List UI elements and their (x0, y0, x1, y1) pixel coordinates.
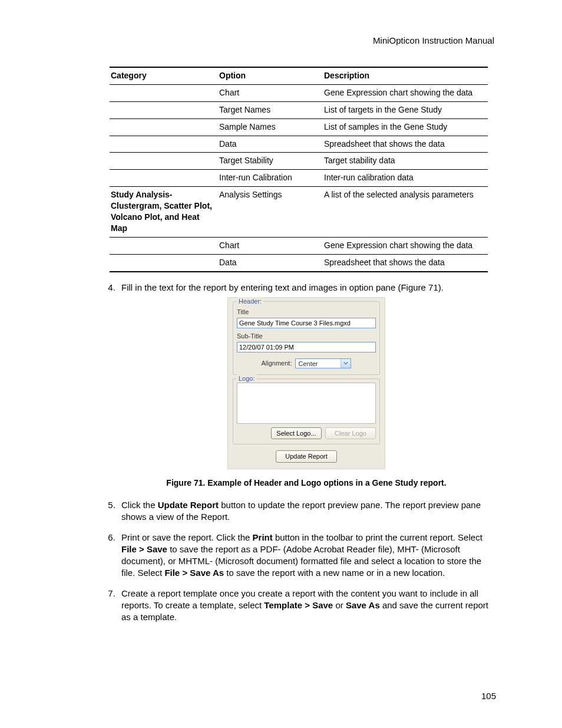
table-row: Study Analysis-Clustergram, Scatter Plot… (110, 187, 488, 238)
th-option: Option (218, 67, 323, 84)
step-6: Print or save the report. Click the Prin… (118, 532, 497, 579)
step-5: Click the Update Report button to update… (118, 499, 497, 523)
th-category: Category (110, 67, 218, 84)
alignment-value: Center (298, 360, 318, 367)
logo-fieldset: Logo: Select Logo... Clear Logo (233, 378, 380, 445)
update-report-button[interactable]: Update Report (276, 450, 337, 463)
title-label: Title (237, 308, 376, 317)
options-dialog: Header: Title Sub-Title Alignment: Cente… (227, 297, 385, 469)
table-row: ChartGene Expression chart showing the d… (110, 237, 488, 254)
clear-logo-button[interactable]: Clear Logo (325, 427, 376, 440)
page-number: 105 (481, 691, 496, 701)
step-4: Fill in the text for the report by enter… (118, 282, 497, 489)
alignment-label: Alignment: (262, 359, 292, 368)
options-table: Category Option Description ChartGene Ex… (110, 67, 488, 272)
logo-preview (237, 383, 376, 424)
figure-caption: Figure 71. Example of Header and Logo op… (119, 477, 494, 489)
running-header: MiniOpticon Instruction Manual (65, 35, 497, 45)
logo-legend: Logo: (237, 374, 257, 383)
step-7: Create a report template once you create… (118, 588, 497, 624)
title-input[interactable] (237, 318, 376, 328)
header-fieldset: Header: Title Sub-Title Alignment: Cente… (233, 301, 380, 375)
th-description: Description (323, 67, 488, 84)
table-row: Target NamesList of targets in the Gene … (110, 101, 488, 118)
subtitle-label: Sub-Title (237, 332, 376, 341)
table-row: Target StabilityTarget stability data (110, 153, 488, 170)
table-row: DataSpreadsheet that shows the data (110, 136, 488, 153)
header-legend: Header: (237, 297, 263, 306)
subtitle-input[interactable] (237, 342, 376, 353)
alignment-select[interactable]: Center (295, 358, 351, 368)
table-row: Sample NamesList of samples in the Gene … (110, 118, 488, 136)
table-row: ChartGene Expression chart showing the d… (110, 84, 488, 101)
table-row: DataSpreadsheet that shows the data (110, 254, 488, 271)
chevron-down-icon (340, 359, 351, 368)
table-row: Inter-run CalibrationInter-run calibrati… (110, 170, 488, 187)
select-logo-button[interactable]: Select Logo... (271, 427, 322, 440)
